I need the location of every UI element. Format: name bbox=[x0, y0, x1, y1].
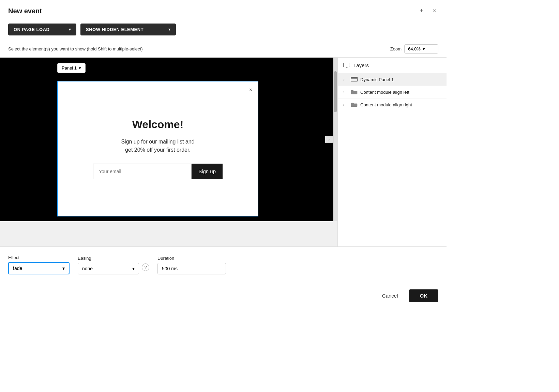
canvas-area[interactable]: Panel 1 ▾ × Welcome! Sign up for our mai… bbox=[0, 58, 337, 221]
layer-label-dynamic-panel: Dynamic Panel 1 bbox=[360, 77, 394, 82]
easing-label: Easing bbox=[78, 256, 149, 261]
panel-selector[interactable]: Panel 1 ▾ bbox=[57, 63, 86, 73]
layer-label-content-left: Content module align left bbox=[360, 90, 409, 95]
bottom-controls: Effect fade ▾ Easing none ▾ ? bbox=[0, 247, 447, 289]
add-button[interactable]: + bbox=[418, 7, 425, 15]
dialog-footer: Cancel OK bbox=[0, 289, 447, 310]
folder-left-icon bbox=[351, 89, 358, 95]
close-button[interactable]: × bbox=[430, 7, 438, 15]
effect-control-group: Effect fade ▾ bbox=[8, 255, 70, 274]
modal-close-button[interactable]: × bbox=[249, 87, 252, 93]
layer-item-dynamic-panel[interactable]: › Dynamic Panel 1 bbox=[338, 73, 447, 86]
trigger-dropdown[interactable]: ON PAGE LOAD ▾ bbox=[8, 24, 76, 35]
canvas-container: Panel 1 ▾ × Welcome! Sign up for our mai… bbox=[0, 58, 337, 246]
svg-rect-0 bbox=[344, 63, 350, 67]
ok-button[interactable]: OK bbox=[409, 289, 439, 302]
signup-button[interactable]: Sign up bbox=[192, 164, 223, 179]
layer-item-content-left[interactable]: › Content module align left bbox=[338, 86, 447, 99]
panel-chevron-icon: ▾ bbox=[79, 65, 81, 71]
scrollbar-thumb[interactable] bbox=[334, 71, 337, 112]
layer-chevron-right-icon: › bbox=[343, 103, 348, 107]
help-button[interactable]: ? bbox=[142, 263, 149, 271]
modal-title: Welcome! bbox=[132, 118, 184, 131]
effect-select[interactable]: fade ▾ bbox=[8, 262, 70, 274]
monitor-icon bbox=[343, 63, 350, 68]
modal-popup: × Welcome! Sign up for our mailing list … bbox=[57, 81, 258, 216]
layers-title: Layers bbox=[353, 62, 369, 68]
folder-right-icon bbox=[351, 102, 358, 107]
layer-item-content-right[interactable]: › Content module align right bbox=[338, 99, 447, 111]
header-actions: + × bbox=[418, 7, 438, 15]
effect-label: Effect bbox=[8, 255, 70, 260]
new-event-dialog: New event + × ON PAGE LOAD ▾ SHOW HIDDEN… bbox=[0, 0, 447, 310]
duration-input[interactable] bbox=[157, 263, 226, 274]
layer-chevron-icon: › bbox=[343, 77, 348, 81]
layers-header: Layers bbox=[338, 58, 447, 73]
canvas-scrollbar[interactable] bbox=[333, 58, 337, 221]
zoom-control: Zoom 64.0% ▾ bbox=[390, 44, 438, 54]
action-dropdown[interactable]: SHOW HIDDEN ELEMENT ▾ bbox=[80, 24, 176, 35]
trigger-chevron-icon: ▾ bbox=[69, 27, 71, 32]
duration-label: Duration bbox=[157, 256, 226, 261]
effect-chevron-icon: ▾ bbox=[62, 266, 65, 271]
panel-selector-label: Panel 1 bbox=[62, 65, 77, 71]
instruction-bar: Select the element(s) you want to show (… bbox=[0, 41, 447, 57]
action-chevron-icon: ▾ bbox=[168, 27, 171, 32]
modal-subtitle: Sign up for our mailing list andget 20% … bbox=[121, 138, 194, 154]
zoom-label: Zoom bbox=[390, 46, 402, 51]
zoom-value: 64.0% bbox=[408, 46, 421, 51]
dialog-header: New event + × bbox=[0, 0, 447, 21]
effect-value: fade bbox=[13, 266, 22, 271]
canvas-arrow-right[interactable]: › bbox=[325, 136, 333, 143]
dialog-title: New event bbox=[8, 7, 42, 15]
layer-label-content-right: Content module align right bbox=[360, 102, 412, 107]
content-area: Panel 1 ▾ × Welcome! Sign up for our mai… bbox=[0, 57, 447, 247]
zoom-select[interactable]: 64.0% ▾ bbox=[404, 44, 438, 54]
easing-select[interactable]: none ▾ bbox=[78, 263, 139, 274]
trigger-label: ON PAGE LOAD bbox=[14, 27, 49, 32]
layers-panel: Layers › Dynamic Panel 1 › bbox=[337, 58, 447, 246]
easing-control-group: Easing none ▾ ? bbox=[78, 256, 149, 274]
cancel-button[interactable]: Cancel bbox=[377, 290, 404, 301]
modal-form: Sign up bbox=[93, 164, 223, 179]
duration-control-group: Duration bbox=[157, 256, 226, 274]
easing-chevron-icon: ▾ bbox=[132, 266, 135, 271]
layer-chevron-left-icon: › bbox=[343, 90, 348, 94]
effects-row: Effect fade ▾ Easing none ▾ ? bbox=[8, 255, 438, 274]
action-label: SHOW HIDDEN ELEMENT bbox=[86, 27, 143, 32]
toolbar-row: ON PAGE LOAD ▾ SHOW HIDDEN ELEMENT ▾ bbox=[0, 21, 447, 41]
email-input[interactable] bbox=[93, 164, 192, 179]
panel-layer-icon bbox=[351, 77, 358, 82]
easing-value: none bbox=[82, 266, 93, 271]
instruction-text: Select the element(s) you want to show (… bbox=[8, 46, 143, 51]
zoom-chevron-icon: ▾ bbox=[423, 46, 425, 51]
